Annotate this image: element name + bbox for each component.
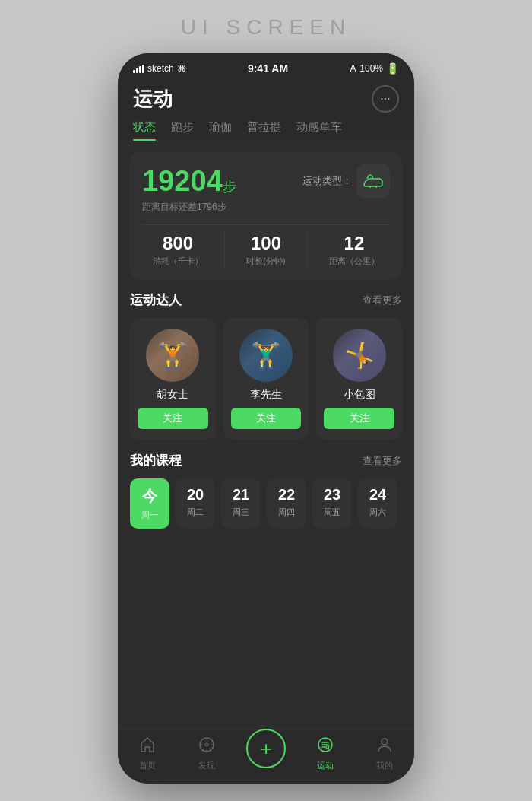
divider-1: [224, 233, 225, 267]
follow-button-1[interactable]: 关注: [138, 408, 208, 429]
date-item-today[interactable]: 今 周一: [130, 478, 169, 529]
tab-home-label: 首页: [139, 760, 156, 771]
steps-unit: 步: [223, 179, 236, 194]
bluetooth-icon: 𐌀: [350, 63, 356, 74]
battery-icon: 🔋: [386, 62, 399, 75]
courses-title: 我的课程: [130, 452, 182, 469]
nav-tabs: 状态 跑步 瑜伽 普拉提 动感单车: [118, 116, 414, 141]
distance-value: 12: [329, 233, 379, 254]
signal-bar-3: [139, 66, 141, 73]
signal-bar-1: [133, 70, 135, 73]
date-item-23[interactable]: 23 周五: [312, 478, 352, 529]
shoe-icon: [356, 164, 390, 198]
follow-button-3[interactable]: 关注: [324, 408, 394, 429]
compass-icon: [198, 736, 215, 758]
athletes-section: 运动达人 查看更多 胡女士 关注 李先生 关注: [130, 291, 402, 440]
stats-card: 19204步 运动类型： 距离目标还差1796步: [130, 152, 402, 279]
tab-bar: 首页 发现 +: [118, 729, 414, 784]
athlete-avatar-3: [333, 329, 386, 382]
plus-icon: +: [260, 739, 271, 758]
date-item-20[interactable]: 20 周二: [176, 478, 215, 529]
tab-pilates[interactable]: 普拉提: [247, 120, 281, 141]
status-bar: sketch ⌘ 9:41 AM 𐌀 100% 🔋: [118, 53, 414, 79]
athlete-avatar-1: [146, 329, 199, 382]
athletes-grid: 胡女士 关注 李先生 关注 小包图 关注: [130, 318, 402, 440]
athlete-name-2: 李先生: [250, 388, 282, 402]
athlete-card-1[interactable]: 胡女士 关注: [130, 318, 216, 440]
duration-value: 100: [246, 233, 285, 254]
metric-distance: 12 距离（公里）: [329, 233, 379, 267]
tab-add-center[interactable]: +: [243, 739, 289, 768]
duration-label: 时长(分钟): [246, 256, 285, 267]
carrier-name: sketch: [147, 63, 174, 74]
athlete-card-3[interactable]: 小包图 关注: [316, 318, 402, 440]
divider-2: [307, 233, 308, 267]
svg-point-3: [326, 745, 329, 749]
date-day-21: 周三: [233, 507, 249, 518]
metric-calories: 800 消耗（千卡）: [153, 233, 203, 267]
status-right: 𐌀 100% 🔋: [350, 62, 399, 75]
date-day-22: 周四: [278, 507, 295, 518]
athletes-section-header: 运动达人 查看更多: [130, 291, 402, 309]
wifi-icon: ⌘: [177, 63, 186, 74]
tab-discover-label: 发现: [198, 760, 215, 771]
steps-row: 19204步 运动类型：: [142, 164, 390, 198]
exercise-type: 运动类型：: [302, 164, 390, 198]
signal-bar-2: [136, 68, 138, 73]
date-num-20: 20: [187, 486, 204, 504]
status-time: 9:41 AM: [248, 62, 288, 75]
date-num-21: 21: [233, 486, 249, 504]
dates-scroll: 今 周一 20 周二 21 周三 22 周四: [130, 478, 402, 529]
tab-running[interactable]: 跑步: [171, 120, 194, 141]
metric-duration: 100 时长(分钟): [246, 233, 285, 267]
steps-display: 19204步: [142, 165, 236, 198]
date-num-22: 22: [278, 486, 295, 504]
dots-icon: ···: [380, 92, 390, 106]
follow-button-2[interactable]: 关注: [231, 408, 302, 429]
tab-home[interactable]: 首页: [125, 736, 170, 771]
date-day-today: 周一: [141, 510, 158, 521]
date-num-24: 24: [369, 486, 386, 504]
tab-profile[interactable]: 我的: [362, 736, 407, 771]
tab-status[interactable]: 状态: [133, 120, 156, 141]
athletes-title: 运动达人: [130, 291, 182, 309]
steps-goal: 距离目标还差1796步: [142, 201, 390, 214]
tab-profile-label: 我的: [376, 760, 393, 771]
date-num-23: 23: [324, 486, 340, 504]
athletes-more-link[interactable]: 查看更多: [363, 294, 402, 307]
date-day-24: 周六: [369, 507, 386, 518]
page-wrapper: UI SCREEN sketch ⌘ 9:41 AM 𐌀 100% 🔋: [0, 0, 532, 801]
athlete-avatar-2: [239, 329, 293, 382]
phone-frame: sketch ⌘ 9:41 AM 𐌀 100% 🔋 运动 ··· 状态 跑步 瑜…: [118, 53, 414, 784]
status-left: sketch ⌘: [133, 63, 186, 74]
date-item-24[interactable]: 24 周六: [358, 478, 397, 529]
message-icon-button[interactable]: ···: [372, 85, 399, 113]
courses-section: 我的课程 查看更多 今 周一 20 周二 21 周三: [130, 452, 402, 529]
person-icon: [376, 736, 393, 758]
athlete-name-1: 胡女士: [157, 388, 188, 402]
add-button[interactable]: +: [246, 729, 286, 768]
battery-percent: 100%: [359, 63, 383, 74]
steps-count: 19204: [142, 165, 223, 197]
date-num-today: 今: [142, 486, 157, 507]
exercise-type-label: 运动类型：: [302, 174, 352, 188]
calories-value: 800: [153, 233, 203, 254]
tab-yoga[interactable]: 瑜伽: [209, 120, 232, 141]
home-icon: [139, 736, 156, 758]
courses-more-link[interactable]: 查看更多: [363, 454, 402, 468]
signal-bar-4: [142, 65, 144, 73]
athlete-card-2[interactable]: 李先生 关注: [223, 318, 309, 440]
date-day-23: 周五: [324, 507, 340, 518]
courses-section-header: 我的课程 查看更多: [130, 452, 402, 469]
athlete-name-3: 小包图: [344, 388, 375, 402]
svg-point-1: [205, 743, 208, 746]
date-item-21[interactable]: 21 周三: [221, 478, 261, 529]
tab-sports[interactable]: 运动: [302, 736, 348, 771]
main-content: 19204步 运动类型： 距离目标还差1796步: [118, 141, 414, 729]
tab-cycling[interactable]: 动感单车: [296, 120, 342, 141]
stats-metrics: 800 消耗（千卡） 100 时长(分钟) 12 距离（公里）: [142, 224, 390, 267]
ui-screen-title: UI SCREEN: [181, 15, 351, 40]
date-item-22[interactable]: 22 周四: [267, 478, 306, 529]
tab-sports-label: 运动: [317, 760, 334, 771]
tab-discover[interactable]: 发现: [184, 736, 230, 771]
